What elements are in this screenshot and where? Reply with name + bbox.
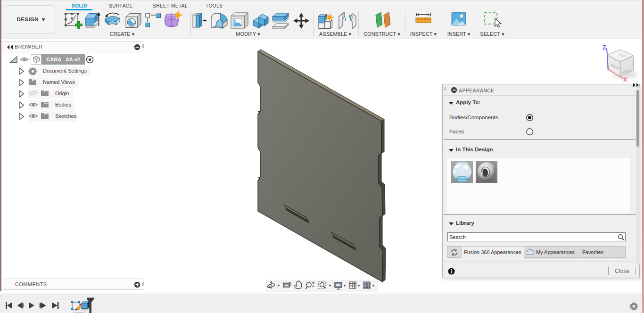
svg-text:Z: Z [603, 44, 606, 51]
svg-text:X: X [623, 76, 627, 83]
